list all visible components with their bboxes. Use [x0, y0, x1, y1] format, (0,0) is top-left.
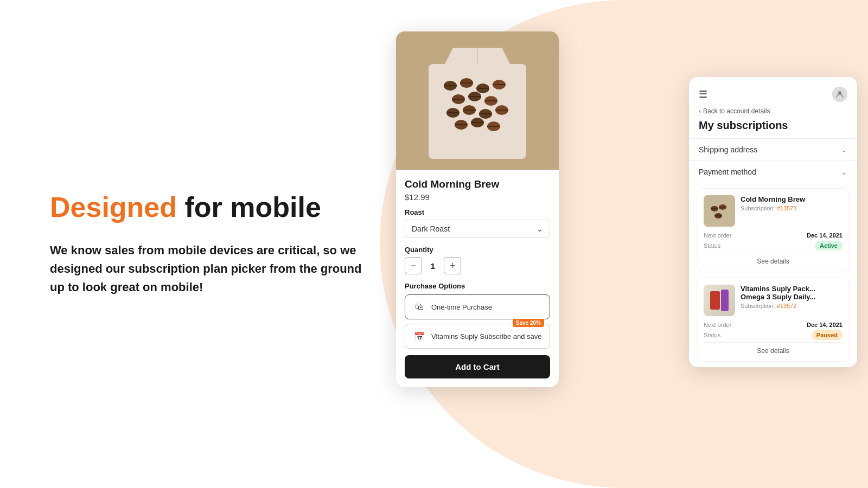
subscribe-save-option[interactable]: Save 20% 📅 Vitamins Suply Subscribe and … [405, 324, 550, 349]
see-details-link-1[interactable]: See details [704, 253, 843, 265]
svg-rect-1 [429, 64, 526, 159]
subscription-cards-list: Cold Morning Brew Subscription: #13573 N… [689, 183, 857, 367]
product-price: $12.99 [405, 192, 550, 202]
sub-card-1-sub-label: Subscription: [741, 205, 775, 211]
product-name: Cold Morning Brew [405, 178, 550, 190]
sub-card-1-next-order-row: Next order Dec 14, 2021 [704, 232, 843, 239]
one-time-purchase-label: One-time Purchase [431, 303, 492, 311]
subscription-card-2: Vitamins Suply Pack... Omega 3 Suply Dai… [697, 278, 850, 362]
back-to-account-link[interactable]: ‹ Back to account details [689, 107, 857, 117]
quantity-label: Quantity [405, 246, 550, 254]
card-body: Cold Morning Brew $12.99 Roast Dark Roas… [396, 170, 559, 387]
shipping-address-label: Shipping address [699, 145, 757, 154]
subscription-card-1: Cold Morning Brew Subscription: #13573 N… [697, 188, 850, 272]
vitamin-bottle [721, 290, 729, 311]
quantity-decrease-button[interactable]: − [405, 257, 422, 274]
next-order-label-1: Next order [704, 232, 731, 239]
headline-rest: for mobile [177, 191, 321, 223]
quantity-section: Quantity − 1 + [405, 246, 550, 274]
roast-value: Dark Roast [412, 224, 450, 233]
sub-card-1-status-row: Status Active [704, 241, 843, 251]
roast-select[interactable]: Dark Roast ⌄ [405, 220, 550, 238]
plus-icon: + [450, 260, 456, 272]
next-order-value-1: Dec 14, 2021 [807, 232, 843, 239]
headline: Designed for mobile [50, 191, 419, 224]
subscription-panel-mockup: ☰ ‹ Back to account details My subscript… [689, 77, 857, 367]
status-label-1: Status [704, 242, 720, 249]
product-card-mockup: Cold Morning Brew $12.99 Roast Dark Roas… [396, 31, 559, 387]
sub-card-1-link: Subscription: #13573 [741, 205, 843, 211]
sub-card-2-name: Vitamins Suply Pack... Omega 3 Suply Dai… [741, 285, 843, 301]
left-section: Designed for mobile We know sales from m… [50, 0, 419, 488]
subscription-card-1-info: Cold Morning Brew Subscription: #13573 [741, 195, 843, 227]
shipping-address-accordion[interactable]: Shipping address ⌄ [689, 138, 857, 160]
calendar-icon: 📅 [413, 330, 426, 343]
one-time-purchase-option[interactable]: 🛍 One-time Purchase [405, 294, 550, 319]
status-badge-1: Active [815, 241, 843, 251]
subtext: We know sales from mobile devices are cr… [50, 241, 365, 297]
subscription-card-1-image [704, 195, 735, 227]
roast-label: Roast [405, 208, 550, 216]
roast-chevron-icon: ⌄ [537, 224, 543, 233]
see-details-link-2[interactable]: See details [704, 342, 843, 355]
product-image [396, 31, 559, 170]
shopping-bag-icon: 🛍 [413, 300, 426, 313]
vitamin-can [710, 291, 720, 310]
sub-card-1-sub-number[interactable]: #13573 [777, 205, 797, 211]
sub-card-1-name: Cold Morning Brew [741, 195, 843, 203]
minus-icon: − [411, 260, 417, 272]
quantity-increase-button[interactable]: + [444, 257, 461, 274]
next-order-label-2: Next order [704, 322, 731, 328]
menu-icon[interactable]: ☰ [699, 88, 707, 100]
sub-card-2-sub-label: Subscription: [741, 303, 775, 309]
subscription-card-1-top: Cold Morning Brew Subscription: #13573 [704, 195, 843, 227]
headline-highlight: Designed [50, 191, 177, 223]
svg-point-32 [838, 91, 841, 94]
right-section: Cold Morning Brew $12.99 Roast Dark Roas… [369, 0, 868, 488]
quantity-value: 1 [427, 261, 438, 271]
chevron-left-icon: ‹ [699, 107, 701, 115]
payment-method-accordion[interactable]: Payment method ⌄ [689, 160, 857, 183]
subscription-panel-header: ☰ [689, 77, 857, 107]
subscription-card-2-top: Vitamins Suply Pack... Omega 3 Suply Dai… [704, 285, 843, 316]
status-label-2: Status [704, 332, 720, 338]
quantity-controls: − 1 + [405, 257, 550, 274]
subscription-card-2-info: Vitamins Suply Pack... Omega 3 Suply Dai… [741, 285, 843, 316]
back-link-text: Back to account details [703, 107, 770, 115]
payment-method-label: Payment method [699, 168, 756, 176]
sub-card-2-name-line1: Vitamins Suply Pack... [741, 285, 815, 293]
user-icon[interactable] [832, 87, 847, 102]
sub-card-2-sub-number[interactable]: #13572 [777, 303, 797, 309]
save-badge: Save 20% [513, 319, 544, 327]
shipping-chevron-icon: ⌄ [841, 145, 847, 154]
sub-card-2-status-row: Status Paused [704, 330, 843, 340]
next-order-value-2: Dec 14, 2021 [807, 322, 843, 328]
sub-card-2-name-line2: Omega 3 Suply Daily... [741, 293, 815, 301]
sub-card-2-next-order-row: Next order Dec 14, 2021 [704, 322, 843, 328]
sub-card-2-link: Subscription: #13572 [741, 303, 843, 309]
subscriptions-title: My subscriptions [689, 117, 857, 138]
add-to-cart-button[interactable]: Add to Cart [405, 355, 550, 378]
status-badge-2: Paused [812, 330, 843, 340]
svg-rect-33 [704, 195, 735, 227]
subscription-card-2-image [704, 285, 735, 316]
purchase-options-label: Purchase Options [405, 282, 550, 290]
subscribe-save-label: Vitamins Suply Subscribe and save [431, 332, 542, 341]
coffee-bag-svg [396, 31, 559, 170]
payment-chevron-icon: ⌄ [841, 168, 847, 176]
